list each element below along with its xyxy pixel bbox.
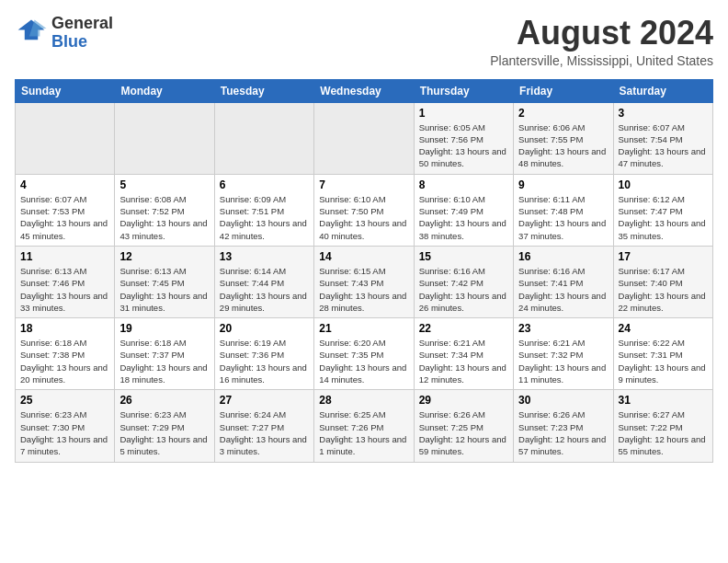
table-cell: 10Sunrise: 6:12 AMSunset: 7:47 PMDayligh… [613,174,712,246]
month-year: August 2024 [490,15,713,52]
day-number: 24 [619,322,708,335]
page-header: General Blue August 2024 Plantersville, … [15,15,713,68]
day-info: Sunrise: 6:17 AMSunset: 7:40 PMDaylight:… [619,265,708,314]
table-cell: 23Sunrise: 6:21 AMSunset: 7:32 PMDayligh… [514,318,613,390]
table-cell: 9Sunrise: 6:11 AMSunset: 7:48 PMDaylight… [514,174,613,246]
col-wednesday: Wednesday [314,79,414,102]
day-info: Sunrise: 6:26 AMSunset: 7:25 PMDaylight:… [419,408,508,457]
table-cell: 8Sunrise: 6:10 AMSunset: 7:49 PMDaylight… [414,174,513,246]
table-cell: 18Sunrise: 6:18 AMSunset: 7:38 PMDayligh… [16,318,115,390]
table-cell: 31Sunrise: 6:27 AMSunset: 7:22 PMDayligh… [613,390,712,462]
table-cell [115,102,214,174]
table-cell [214,102,313,174]
logo-icon [15,17,48,50]
day-info: Sunrise: 6:07 AMSunset: 7:54 PMDaylight:… [619,121,708,170]
day-info: Sunrise: 6:19 AMSunset: 7:36 PMDaylight:… [220,337,309,385]
day-number: 10 [619,178,708,191]
col-friday: Friday [514,79,613,102]
table-cell: 20Sunrise: 6:19 AMSunset: 7:36 PMDayligh… [214,318,313,390]
logo-general: General [51,14,113,32]
day-number: 1 [419,107,508,120]
table-cell: 29Sunrise: 6:26 AMSunset: 7:25 PMDayligh… [414,390,513,462]
calendar-week-2: 4Sunrise: 6:07 AMSunset: 7:53 PMDaylight… [16,174,713,246]
day-info: Sunrise: 6:15 AMSunset: 7:43 PMDaylight:… [319,265,408,314]
day-number: 14 [319,250,408,263]
logo-blue: Blue [51,32,87,51]
day-info: Sunrise: 6:18 AMSunset: 7:37 PMDaylight:… [119,337,209,385]
table-cell: 13Sunrise: 6:14 AMSunset: 7:44 PMDayligh… [214,246,313,317]
calendar-week-1: 1Sunrise: 6:05 AMSunset: 7:56 PMDaylight… [16,102,713,174]
day-number: 21 [319,322,408,335]
day-number: 30 [518,394,608,407]
day-number: 17 [619,250,708,263]
day-number: 22 [419,322,508,335]
table-cell: 1Sunrise: 6:05 AMSunset: 7:56 PMDaylight… [414,102,513,174]
table-cell [16,102,115,174]
calendar-table: Sunday Monday Tuesday Wednesday Thursday… [15,79,713,463]
day-info: Sunrise: 6:21 AMSunset: 7:32 PMDaylight:… [518,337,608,385]
col-sunday: Sunday [16,79,115,102]
table-cell: 25Sunrise: 6:23 AMSunset: 7:30 PMDayligh… [16,390,115,462]
day-number: 23 [518,322,608,335]
table-cell: 11Sunrise: 6:13 AMSunset: 7:46 PMDayligh… [16,246,115,317]
day-number: 11 [20,250,109,263]
table-cell: 12Sunrise: 6:13 AMSunset: 7:45 PMDayligh… [115,246,214,317]
table-cell: 6Sunrise: 6:09 AMSunset: 7:51 PMDaylight… [214,174,313,246]
day-info: Sunrise: 6:11 AMSunset: 7:48 PMDaylight:… [518,193,608,242]
table-cell: 3Sunrise: 6:07 AMSunset: 7:54 PMDaylight… [613,102,712,174]
day-info: Sunrise: 6:10 AMSunset: 7:50 PMDaylight:… [319,193,408,242]
day-info: Sunrise: 6:13 AMSunset: 7:45 PMDaylight:… [119,265,209,314]
day-number: 8 [419,178,508,191]
day-info: Sunrise: 6:10 AMSunset: 7:49 PMDaylight:… [419,193,508,242]
calendar-header-row: Sunday Monday Tuesday Wednesday Thursday… [16,79,713,102]
day-info: Sunrise: 6:05 AMSunset: 7:56 PMDaylight:… [419,121,508,170]
day-number: 2 [518,107,608,120]
day-info: Sunrise: 6:16 AMSunset: 7:41 PMDaylight:… [518,265,608,314]
day-info: Sunrise: 6:07 AMSunset: 7:53 PMDaylight:… [20,193,109,242]
day-info: Sunrise: 6:24 AMSunset: 7:27 PMDaylight:… [220,408,309,457]
day-info: Sunrise: 6:14 AMSunset: 7:44 PMDaylight:… [220,265,309,314]
table-cell: 28Sunrise: 6:25 AMSunset: 7:26 PMDayligh… [314,390,414,462]
table-cell: 15Sunrise: 6:16 AMSunset: 7:42 PMDayligh… [414,246,513,317]
day-number: 4 [20,178,109,191]
day-info: Sunrise: 6:06 AMSunset: 7:55 PMDaylight:… [518,121,608,170]
day-info: Sunrise: 6:08 AMSunset: 7:52 PMDaylight:… [119,193,209,242]
day-number: 13 [220,250,309,263]
logo-text: General Blue [51,15,113,52]
calendar-week-4: 18Sunrise: 6:18 AMSunset: 7:38 PMDayligh… [16,318,713,390]
day-info: Sunrise: 6:23 AMSunset: 7:29 PMDaylight:… [119,408,209,457]
day-number: 15 [419,250,508,263]
table-cell [314,102,414,174]
table-cell: 5Sunrise: 6:08 AMSunset: 7:52 PMDaylight… [115,174,214,246]
day-number: 12 [119,250,209,263]
table-cell: 17Sunrise: 6:17 AMSunset: 7:40 PMDayligh… [613,246,712,317]
day-number: 18 [20,322,109,335]
day-info: Sunrise: 6:09 AMSunset: 7:51 PMDaylight:… [220,193,309,242]
day-number: 31 [619,394,708,407]
title-block: August 2024 Plantersville, Mississippi, … [490,15,713,68]
col-tuesday: Tuesday [214,79,313,102]
table-cell: 26Sunrise: 6:23 AMSunset: 7:29 PMDayligh… [115,390,214,462]
table-cell: 24Sunrise: 6:22 AMSunset: 7:31 PMDayligh… [613,318,712,390]
day-info: Sunrise: 6:27 AMSunset: 7:22 PMDaylight:… [619,408,708,457]
table-cell: 14Sunrise: 6:15 AMSunset: 7:43 PMDayligh… [314,246,414,317]
day-info: Sunrise: 6:13 AMSunset: 7:46 PMDaylight:… [20,265,109,314]
day-number: 9 [518,178,608,191]
day-number: 28 [319,394,408,407]
table-cell: 30Sunrise: 6:26 AMSunset: 7:23 PMDayligh… [514,390,613,462]
col-monday: Monday [115,79,214,102]
table-cell: 2Sunrise: 6:06 AMSunset: 7:55 PMDaylight… [514,102,613,174]
day-info: Sunrise: 6:12 AMSunset: 7:47 PMDaylight:… [619,193,708,242]
day-number: 19 [119,322,209,335]
col-thursday: Thursday [414,79,513,102]
day-number: 29 [419,394,508,407]
day-info: Sunrise: 6:18 AMSunset: 7:38 PMDaylight:… [20,337,109,385]
day-info: Sunrise: 6:22 AMSunset: 7:31 PMDaylight:… [619,337,708,385]
calendar-week-5: 25Sunrise: 6:23 AMSunset: 7:30 PMDayligh… [16,390,713,462]
table-cell: 7Sunrise: 6:10 AMSunset: 7:50 PMDaylight… [314,174,414,246]
day-number: 20 [220,322,309,335]
day-number: 16 [518,250,608,263]
table-cell: 27Sunrise: 6:24 AMSunset: 7:27 PMDayligh… [214,390,313,462]
day-number: 3 [619,107,708,120]
day-info: Sunrise: 6:26 AMSunset: 7:23 PMDaylight:… [518,408,608,457]
